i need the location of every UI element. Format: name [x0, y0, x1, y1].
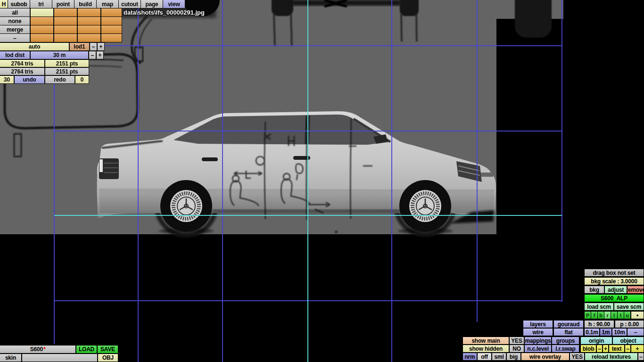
subobj-cell[interactable] [54, 34, 77, 42]
undo-count: 30 [0, 76, 14, 83]
nrm-button-active[interactable]: nrm [463, 353, 477, 360]
origin-button[interactable]: origin [581, 337, 612, 344]
lod-dist-value[interactable]: 30 m [31, 51, 88, 59]
bkg-remove-button[interactable]: remove [627, 286, 644, 293]
grid-01m-button[interactable]: 0.1m [585, 329, 599, 336]
blob-button[interactable]: blob [581, 345, 596, 352]
blob-minus-button[interactable]: – [597, 345, 602, 352]
subobj-cell[interactable] [54, 8, 77, 16]
view-top-button[interactable]: t [618, 312, 624, 319]
tab-page[interactable]: page [141, 0, 163, 8]
subobj-cell[interactable] [101, 34, 122, 42]
subobj-cell[interactable] [78, 8, 100, 16]
show-hidden-button[interactable]: show hidden [463, 345, 509, 352]
subobj-none-button[interactable]: none [0, 17, 30, 25]
lod-dist-minus-button[interactable]: – [89, 51, 96, 59]
tab-view-active[interactable]: view [163, 0, 185, 8]
tab-tri[interactable]: tri [30, 0, 52, 8]
show-hidden-value[interactable]: NO [510, 345, 524, 352]
text-button[interactable]: text [609, 345, 624, 352]
load-button[interactable]: LOAD [76, 346, 97, 353]
bkg-scale-value[interactable]: bkg scale : 3.0000 [585, 278, 644, 285]
tab-build[interactable]: build [74, 0, 96, 8]
save-button[interactable]: SAVE [98, 346, 118, 353]
skin-name-field[interactable] [22, 354, 97, 362]
model-name-button[interactable]: S600* [0, 346, 75, 353]
bkg-image-name[interactable]: S600_ALP [585, 295, 644, 302]
subobj-minus-button[interactable]: – [0, 34, 30, 42]
subobj-cell[interactable] [54, 17, 77, 25]
nrm-big-button[interactable]: big [507, 353, 520, 360]
load-scm-button[interactable]: load scm [585, 303, 613, 310]
tab-subob[interactable]: subob [8, 0, 30, 8]
reload-minus-button[interactable]: – [638, 353, 644, 360]
tab-cutout[interactable]: cutout [119, 0, 140, 8]
reload-textures-button[interactable]: reload textures [585, 353, 637, 360]
wire-overlay-value[interactable]: YES [570, 353, 584, 360]
object-button[interactable]: object [613, 337, 644, 344]
subobj-cell-selected[interactable] [31, 8, 53, 16]
pitch-value[interactable]: p : 0.00 [615, 321, 644, 328]
lod-current-button[interactable]: lod1 [70, 43, 89, 50]
skin-button[interactable]: skin [0, 354, 21, 362]
view-dot-button[interactable]: • [631, 312, 644, 319]
view-under-button[interactable]: u [624, 312, 630, 319]
subobj-cell[interactable] [31, 25, 53, 33]
obj-export-button[interactable]: OBJ [98, 354, 118, 362]
groups-button[interactable]: groups [552, 337, 579, 344]
wire-overlay-button[interactable]: wire overlay [521, 353, 569, 360]
tab-map[interactable]: map [97, 0, 118, 8]
subobj-cell[interactable] [101, 17, 122, 25]
nrm-sml-button[interactable]: sml [492, 353, 506, 360]
lod-dist-label: lod dist [0, 51, 30, 59]
view-front-button[interactable]: f [591, 312, 597, 319]
lod-plus-button[interactable]: + [98, 43, 104, 50]
grid-1m-button-active[interactable]: 1m [600, 329, 611, 336]
heading-value[interactable]: h : 90.00 [585, 321, 614, 328]
tab-point[interactable]: point [52, 0, 74, 8]
background-image-filename: data\shots\lfs_00000291.jpg [124, 9, 205, 16]
tris-total-count: 2764 tris [0, 68, 44, 75]
text-plus-button[interactable]: + [631, 345, 644, 352]
shading-gouraud-button[interactable]: gouraud [554, 321, 583, 328]
view-back-button[interactable]: b [598, 312, 604, 319]
view-perspective-button[interactable]: P [585, 312, 591, 319]
pts-selected-count: 2151 pts [45, 60, 89, 67]
model-name: S600 [30, 346, 43, 353]
bkg-adjust-button[interactable]: adjust [605, 286, 627, 293]
subobj-cell[interactable] [78, 17, 100, 25]
mappings-button[interactable]: mappings [525, 337, 551, 344]
subobj-cell[interactable] [101, 8, 122, 16]
grid-minus-button[interactable]: – [627, 329, 644, 336]
view-right-button-active[interactable]: r [604, 312, 611, 319]
pts-total-count: 2151 pts [45, 68, 89, 75]
subobj-cell[interactable] [54, 25, 77, 33]
view-left-button[interactable]: l [611, 312, 617, 319]
lod-minus-button[interactable]: – [90, 43, 97, 50]
layers-button[interactable]: layers [523, 321, 553, 328]
subobj-cell[interactable] [78, 25, 100, 33]
undo-button[interactable]: undo [15, 76, 44, 83]
tab-h[interactable]: H [0, 0, 8, 8]
lod-auto-button[interactable]: auto [0, 43, 69, 50]
show-main-button[interactable]: show main [463, 337, 509, 344]
nrm-off-button[interactable]: off [478, 353, 491, 360]
text-minus-button[interactable]: – [625, 345, 630, 352]
subobj-cell[interactable] [78, 34, 100, 42]
shading-flat-button[interactable]: flat [554, 329, 583, 336]
redo-button[interactable]: redo [45, 76, 74, 83]
bkg-button[interactable]: bkg [585, 286, 604, 293]
nc-level-button[interactable]: n.c.level [525, 345, 551, 352]
subobj-cell[interactable] [101, 25, 122, 33]
lr-swap-button[interactable]: l.r.swap [552, 345, 579, 352]
subobj-cell[interactable] [31, 34, 53, 42]
subobj-all-button[interactable]: all [0, 8, 30, 16]
save-scm-button[interactable]: save scm [614, 303, 644, 310]
subobj-cell[interactable] [31, 17, 53, 25]
wire-button[interactable]: wire [523, 329, 553, 336]
lod-dist-plus-button[interactable]: + [97, 51, 103, 59]
blob-plus-button[interactable]: + [603, 345, 608, 352]
grid-10m-button[interactable]: 10m [612, 329, 627, 336]
subobj-merge-button[interactable]: merge [0, 25, 30, 33]
show-main-value[interactable]: YES [510, 337, 524, 344]
